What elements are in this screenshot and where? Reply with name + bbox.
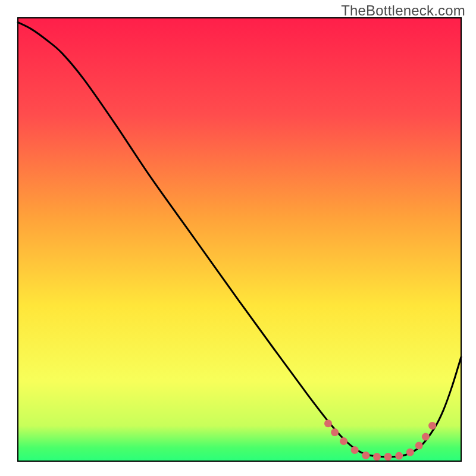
marker-dot	[331, 428, 339, 436]
marker-dot	[406, 449, 414, 456]
chart-svg	[0, 0, 476, 476]
marker-dot	[351, 446, 359, 454]
marker-dot	[373, 453, 381, 461]
marker-dot	[340, 437, 347, 445]
marker-dot	[384, 453, 392, 461]
marker-dot	[428, 422, 436, 430]
bottleneck-chart: TheBottleneck.com	[0, 0, 476, 476]
plot-background	[18, 18, 461, 461]
watermark-text: TheBottleneck.com	[341, 2, 465, 19]
marker-dot	[362, 452, 369, 459]
marker-dot	[395, 452, 403, 460]
marker-dot	[415, 441, 423, 449]
marker-dot	[324, 419, 332, 427]
marker-dot	[422, 433, 430, 441]
